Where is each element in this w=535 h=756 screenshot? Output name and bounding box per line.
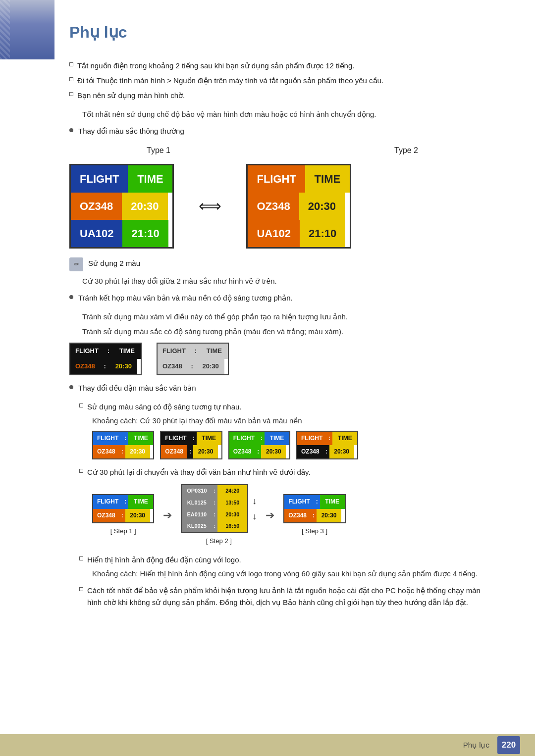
indent-text-b4: Tốt nhất nên sử dụng chế độ bảo vệ màn h… xyxy=(82,108,495,120)
page-title: Phụ lục xyxy=(69,20,495,45)
sub-b7d: Cách tốt nhất để bảo vệ sản phẩm khỏi hi… xyxy=(79,585,495,608)
rb4-colon2: : xyxy=(323,445,329,458)
bullet-item-1: Tắt nguồn điện trong khoảng 2 tiếng sau … xyxy=(69,60,495,72)
step2-r4: KL0025 : 16:50 xyxy=(182,520,247,532)
step1-wrapper: FLIGHT : TIME OZ348 : 20:30 [ Step 1 ] xyxy=(92,494,154,536)
rb4-time: TIME xyxy=(332,432,357,445)
sb-gray-colon2: : xyxy=(187,359,197,374)
sub-list-b7: Sử dụng màu sáng có độ sáng tương tự nha… xyxy=(79,401,495,413)
type2-time-label: TIME xyxy=(305,165,350,193)
bullet-item-3: Bạn nên sử dụng màn hình chờ. xyxy=(69,90,495,101)
square-bullet-icon xyxy=(79,556,83,560)
color-change-list: Thay đổi màu sắc thông thường xyxy=(69,125,495,137)
rot-board-2-r2: OZ348 : 20:30 xyxy=(161,445,221,458)
step2-colon1: : xyxy=(212,485,217,497)
step2-colon4: : xyxy=(212,520,217,532)
footer-page-number: 220 xyxy=(497,736,520,754)
rb2-time: TIME xyxy=(197,432,221,445)
step3-r2: OZ348 : 20:30 xyxy=(284,509,344,522)
step2-r3: EA0110 : 20:30 xyxy=(182,509,247,521)
step2-op0310: OP0310 xyxy=(182,485,212,497)
step2-down-arrows: ↓ ↓ xyxy=(252,494,257,524)
step2-kl0125: KL0125 xyxy=(182,497,212,509)
bullet-color-change: Thay đổi màu sắc thông thường xyxy=(69,125,495,137)
avoid-b6c: Tránh sử dụng màu sắc có độ sáng tương p… xyxy=(82,326,495,338)
rot-board-3: FLIGHT : TIME OZ348 : 20:30 xyxy=(228,431,290,459)
rb3-time: TIME xyxy=(265,432,289,445)
sb-2030: 20:30 xyxy=(110,359,137,374)
small-board-black-r1: FLIGHT : TIME xyxy=(70,344,141,359)
step1-to-step2-arrow: ➔ xyxy=(163,506,172,524)
type1-flight-board: FLIGHT TIME OZ348 20:30 UA102 21:10 xyxy=(69,164,174,249)
step1-colon1: : xyxy=(122,495,128,508)
avoid-item-1: Tránh kết hợp màu văn bản và màu nền có … xyxy=(69,292,495,304)
step3-oz: OZ348 xyxy=(284,509,311,522)
note-detail: Cứ 30 phút lại thay đổi giữa 2 màu sắc n… xyxy=(82,275,495,287)
step2-colon2: : xyxy=(212,497,217,509)
sb-gray-2030: 20:30 xyxy=(197,359,224,374)
sb-colon2: : xyxy=(100,359,110,374)
rb3-colon2: : xyxy=(255,445,261,458)
type1-2030: 20:30 xyxy=(122,193,167,220)
step3-colon1: : xyxy=(314,495,320,508)
square-bullet-icon xyxy=(79,403,83,407)
rb4-2030: 20:30 xyxy=(329,445,354,458)
rotating-boards-row: FLIGHT : TIME OZ348 : 20:30 FLIGHT : TIM… xyxy=(92,431,495,459)
rb3-oz: OZ348 xyxy=(229,445,256,458)
type1-2110: 21:10 xyxy=(122,220,168,247)
step3-board: FLIGHT : TIME OZ348 : 20:30 xyxy=(283,494,345,523)
type2-label: Type 2 xyxy=(394,146,418,154)
rot-board-1: FLIGHT : TIME OZ348 : 20:30 xyxy=(92,431,154,459)
step1-colon2: : xyxy=(119,509,125,522)
step1-2030: 20:30 xyxy=(125,509,150,522)
sub-b7a-detail: Khoảng cách: Cứ 30 phút lại thay đổi màu… xyxy=(92,415,495,427)
type1-time-label: TIME xyxy=(128,165,172,193)
sb-flight: FLIGHT xyxy=(70,344,104,359)
avoid-b6b: Tránh sử dụng màu xám vì điều này có thể… xyxy=(82,311,495,323)
rb2-colon1: : xyxy=(191,432,197,445)
bullet-item-2: Đi tới Thuộc tính màn hình > Nguồn điện … xyxy=(69,75,495,87)
type1-row3: UA102 21:10 xyxy=(71,220,172,247)
rot-board-4: FLIGHT : TIME OZ348 : 20:30 xyxy=(296,431,358,459)
rot-board-4-r1: FLIGHT : TIME xyxy=(297,432,357,445)
footer-label: Phụ lục xyxy=(463,739,489,751)
sub-b7c: Hiển thị hình ảnh động đều đặn cùng với … xyxy=(79,554,495,566)
step3-time: TIME xyxy=(320,495,345,508)
rb3-colon1: : xyxy=(259,432,265,445)
rb2-colon2: : xyxy=(187,445,193,458)
step3-2030: 20:30 xyxy=(317,509,341,522)
top-bullet-list: Tắt nguồn điện trong khoảng 2 tiếng sau … xyxy=(69,60,495,101)
step2-ea0110: EA0110 xyxy=(182,509,212,521)
type2-flight-label: FLIGHT xyxy=(248,165,305,193)
round-bullet-icon xyxy=(69,128,73,132)
rb1-colon2: : xyxy=(119,445,125,458)
sub-list-b7b: Cứ 30 phút lại di chuyển và thay đổi văn… xyxy=(79,466,495,478)
type1-row2: OZ348 20:30 xyxy=(71,193,172,220)
type2-ua102: UA102 xyxy=(248,220,299,247)
down-arrow-2: ↓ xyxy=(252,509,257,524)
type2-row2: OZ348 20:30 xyxy=(248,193,349,220)
step2-board: OP0310 : 24:20 KL0125 : 13:50 EA0110 : xyxy=(181,484,248,533)
step2-2030: 20:30 xyxy=(217,509,247,521)
step2-r1: OP0310 : 24:20 xyxy=(182,485,247,497)
flight-boards-row: FLIGHT TIME OZ348 20:30 UA102 21:10 ⟺ xyxy=(69,164,495,249)
step2-1650: 16:50 xyxy=(217,520,247,532)
step1-board: FLIGHT : TIME OZ348 : 20:30 xyxy=(92,494,154,523)
type-labels-row: Type 1 Type 2 xyxy=(69,144,495,157)
square-bullet-icon xyxy=(69,77,73,81)
type2-flight-board: FLIGHT TIME OZ348 20:30 UA102 21:10 xyxy=(246,164,351,249)
rb4-oz: OZ348 xyxy=(297,445,323,458)
rb1-flight: FLIGHT xyxy=(93,432,122,445)
type2-board-wrapper: FLIGHT TIME OZ348 20:30 UA102 21:10 xyxy=(246,164,351,249)
rb2-oz: OZ348 xyxy=(161,445,187,458)
note-row: ✏ Sử dụng 2 màu xyxy=(69,257,495,271)
step3-flight: FLIGHT xyxy=(284,495,314,508)
rb1-time: TIME xyxy=(128,432,153,445)
regular-change-list: Thay đổi đều đặn màu sắc văn bản xyxy=(69,382,495,394)
contrast-boards-row: FLIGHT : TIME OZ348 : 20:30 FLIGHT : TIM… xyxy=(69,343,495,375)
type2-header-row: FLIGHT TIME xyxy=(248,165,349,193)
step2-to-step3-arrow: ➔ xyxy=(266,506,274,524)
rot-board-4-r2: OZ348 : 20:30 xyxy=(297,445,357,458)
sub-b7c-detail: Khoảng cách: Hiển thị hình ảnh động cùng… xyxy=(92,568,495,580)
page-footer: Phụ lục 220 xyxy=(0,734,535,756)
